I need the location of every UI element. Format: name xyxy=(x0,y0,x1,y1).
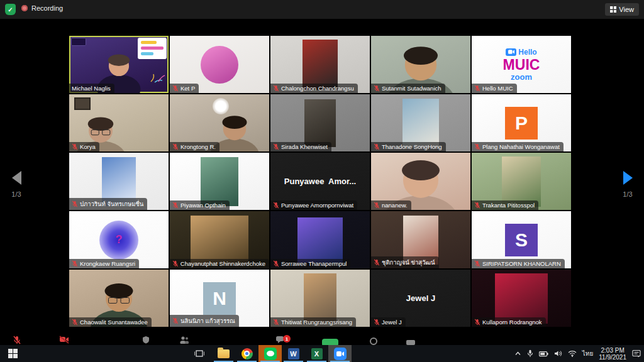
picture-frame xyxy=(74,97,91,110)
participant-name-label: Krongtong R. xyxy=(170,142,219,151)
participant-name-label: ปภาวรินท์ จันทรเกษมชื่น xyxy=(69,198,147,210)
participant-name-label: Thitiwat Rungraungsrisang xyxy=(270,317,356,327)
task-view-icon xyxy=(194,349,204,358)
muted-mic-icon xyxy=(474,143,480,150)
avatar-letter: N xyxy=(203,282,236,315)
tray-speaker-icon[interactable] xyxy=(554,350,562,357)
participant-tile[interactable]: Korya xyxy=(69,94,169,151)
taskbar-line[interactable] xyxy=(258,345,282,362)
display-name-text: Punyawee Amor... xyxy=(284,177,356,186)
participant-tile[interactable]: Punyawee Amor... Punyawee Amornpornviwat xyxy=(270,153,370,210)
participant-tile[interactable]: Kullaporn Rodrangnok xyxy=(472,270,571,327)
participant-name-label: Trakanta Pititosspol xyxy=(472,200,538,210)
participant-tile[interactable]: Jewel J Jewel J xyxy=(371,270,470,327)
ceiling-lamp xyxy=(213,98,229,114)
security-button-icon[interactable] xyxy=(142,336,150,344)
participant-name-label: Ket P xyxy=(170,84,199,93)
participant-tile[interactable]: Hello MUIC zoom Hello MUIC xyxy=(472,36,571,93)
meeting-topbar: ✓ Recording View xyxy=(0,0,644,19)
participant-tile[interactable]: nananew. xyxy=(371,153,470,210)
taskbar-excel[interactable]: X xyxy=(305,345,328,362)
task-view-button[interactable] xyxy=(187,345,211,362)
reactions-button-icon[interactable] xyxy=(406,340,415,345)
participant-name-label: SIRIPATSORN KHANOLARN xyxy=(472,259,565,268)
taskbar-zoom[interactable] xyxy=(328,345,352,362)
participant-name: นลินนิภา แก้วสุวรรณ xyxy=(180,316,235,326)
taskbar-file-explorer[interactable] xyxy=(212,345,235,362)
security-shield-icon[interactable]: ✓ xyxy=(5,4,16,15)
participant-tile[interactable]: Chaowalit Sunantawadee xyxy=(69,270,169,327)
display-name-text: Jewel J xyxy=(406,293,435,303)
participant-name-label: Sirada Khenwiset xyxy=(270,142,331,151)
participant-name: Chalongchon Chandrangsu xyxy=(281,85,354,92)
zoom-controls-bar: 1 xyxy=(0,335,644,345)
participant-tile[interactable]: Chalongchon Chandrangsu xyxy=(270,36,370,93)
participant-photo xyxy=(304,273,336,324)
participants-button-icon[interactable] xyxy=(180,336,189,344)
gallery-prev-button[interactable]: 1/3 xyxy=(4,171,29,198)
taskbar-chrome[interactable] xyxy=(235,345,258,362)
participant-tile[interactable]: N นลินนิภา แก้วสุวรรณ xyxy=(170,270,269,327)
mute-button-icon[interactable] xyxy=(13,336,21,344)
participant-photo xyxy=(502,156,541,207)
muted-mic-icon xyxy=(474,260,480,267)
tray-wifi-icon[interactable] xyxy=(568,350,577,357)
muted-mic-icon xyxy=(172,85,179,92)
participant-tile[interactable]: Sutanmit Sutadwanich xyxy=(371,36,470,93)
tray-battery-icon[interactable] xyxy=(539,351,548,357)
recording-indicator: Recording xyxy=(21,4,63,12)
hello-muic-logo: Hello MUIC zoom xyxy=(503,48,540,81)
taskbar-word[interactable]: W xyxy=(282,345,305,362)
participant-name: Thanadone SongHong xyxy=(382,143,442,150)
participant-name: Sutanmit Sutadwanich xyxy=(382,85,441,92)
participant-name: Jewel J xyxy=(382,319,402,326)
grid-view-icon xyxy=(610,6,616,13)
participant-name: Piyawan Opthain xyxy=(180,202,226,209)
avatar-letter: S xyxy=(505,224,538,256)
participant-name: Ket P xyxy=(180,85,195,92)
participant-name: ชุติกาญจน์ ข่าสุวัฒน์ xyxy=(382,258,435,267)
slide-graphic xyxy=(138,38,167,59)
muted-mic-icon xyxy=(72,319,78,326)
participant-name-label: Sutanmit Sutadwanich xyxy=(371,84,445,93)
participant-tile[interactable]: Sorrawee Thanapermpul xyxy=(270,211,370,268)
recording-label: Recording xyxy=(31,4,63,12)
muted-mic-icon xyxy=(374,202,380,209)
view-button-label: View xyxy=(619,6,634,13)
participant-tile[interactable]: Thitiwat Rungraungsrisang xyxy=(270,270,370,327)
participant-photo xyxy=(303,40,338,90)
participant-name: Krongtong R. xyxy=(180,143,216,150)
participant-name: Sirada Khenwiset xyxy=(281,143,328,150)
participant-tile[interactable]: ปภาวรินท์ จันทรเกษมชื่น xyxy=(69,153,169,210)
participant-tile[interactable]: Michael Naglis xyxy=(69,36,169,93)
participant-tile[interactable]: Piyawan Opthain xyxy=(170,153,269,210)
tray-microphone-icon[interactable] xyxy=(527,349,533,358)
muted-mic-icon xyxy=(273,85,279,92)
participant-tile[interactable]: Ket P xyxy=(170,36,269,93)
participant-tile[interactable]: S SIRIPATSORN KHANOLARN xyxy=(472,211,571,268)
record-button-icon[interactable] xyxy=(370,337,377,345)
muted-mic-icon xyxy=(273,260,279,267)
gallery-next-button[interactable]: 1/3 xyxy=(615,171,640,198)
tray-chevron-icon[interactable] xyxy=(514,351,521,356)
participant-name-label: Plang Nahathai Wonganawat xyxy=(472,142,564,151)
participant-tile[interactable]: ชุติกาญจน์ ข่าสุวัฒน์ xyxy=(371,211,470,268)
start-button[interactable] xyxy=(1,345,25,362)
question-mark: ? xyxy=(116,233,123,246)
participant-tile[interactable]: P Plang Nahathai Wonganawat xyxy=(472,94,571,151)
stop-video-button-icon[interactable] xyxy=(59,336,69,344)
action-center-icon[interactable] xyxy=(632,349,641,358)
participant-name-label: Chaowalit Sunantawadee xyxy=(69,317,152,327)
participant-tile[interactable]: Krongtong R. xyxy=(170,94,269,151)
participant-name: Kullaporn Rodrangnok xyxy=(482,319,542,326)
participant-tile[interactable]: ? Krongkaew Ruangsri xyxy=(69,211,169,268)
keyboard-language-indicator[interactable]: ไทย xyxy=(582,349,593,358)
participant-tile[interactable]: Sirada Khenwiset xyxy=(270,94,370,151)
participant-tile[interactable]: Chayanutphat Shinnakerdchoke xyxy=(170,211,269,268)
participant-tile[interactable]: Trakanta Pititosspol xyxy=(472,153,571,210)
participant-tile[interactable]: Thanadone SongHong xyxy=(371,94,470,151)
avatar-blob: ? xyxy=(99,221,138,260)
tray-clock[interactable]: 2:03 PM 11/9/2021 xyxy=(599,347,626,361)
muted-mic-icon xyxy=(374,259,380,266)
view-button[interactable]: View xyxy=(605,3,639,16)
